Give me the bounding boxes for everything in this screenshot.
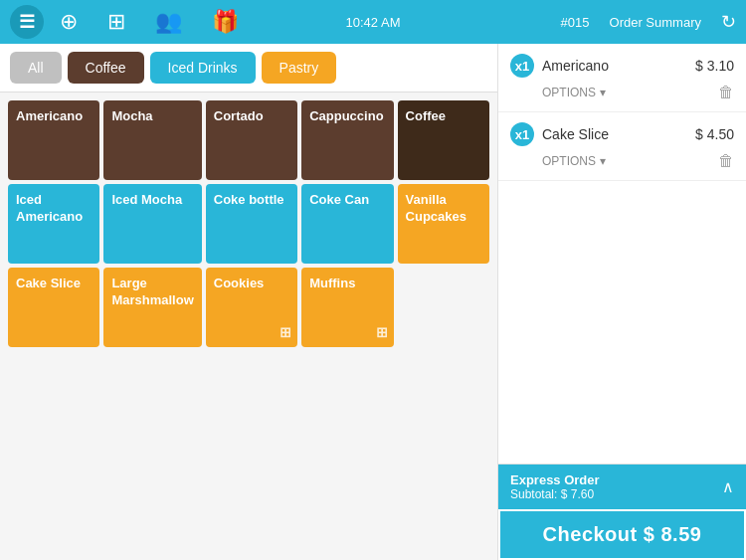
- nav-loyalty-icon[interactable]: ⊕: [60, 9, 78, 35]
- menu-item-muffins[interactable]: Muffins ⊞: [301, 268, 393, 347]
- delete-button-0[interactable]: 🗑: [718, 84, 734, 101]
- order-summary-label: Order Summary: [610, 15, 701, 30]
- muffins-icon: ⊞: [376, 323, 388, 341]
- qty-badge-1: x1: [510, 122, 534, 146]
- nav-grid-icon[interactable]: ⊞: [107, 9, 125, 35]
- order-item-name-1: Cake Slice: [542, 126, 687, 142]
- menu-item-coke-bottle[interactable]: Coke bottle: [206, 184, 297, 264]
- menu-item-coffee[interactable]: Coffee: [398, 100, 489, 180]
- menu-item-iced-americano[interactable]: Iced Americano: [8, 184, 99, 264]
- top-bar: ☰ ⊕ ⊞ 👥 🎁 10:42 AM #015 Order Summary ↻: [0, 0, 746, 44]
- menu-item-cookies[interactable]: Cookies ⊞: [206, 268, 297, 347]
- order-item-price-1: $ 4.50: [695, 126, 734, 142]
- chevron-down-icon-1: ▾: [600, 154, 606, 168]
- menu-item-mocha[interactable]: Mocha: [103, 100, 201, 180]
- order-items-list: x1 Americano $ 3.10 OPTIONS ▾ 🗑: [498, 44, 746, 464]
- right-panel: x1 Americano $ 3.10 OPTIONS ▾ 🗑: [497, 44, 746, 560]
- order-item-name-0: Americano: [542, 58, 687, 74]
- menu-item-cake-slice[interactable]: Cake Slice: [8, 268, 99, 347]
- menu-item-iced-mocha[interactable]: Iced Mocha: [103, 184, 201, 264]
- menu-item-vanilla-cupcakes[interactable]: Vanilla Cupcakes: [398, 184, 489, 264]
- menu-button[interactable]: ☰: [10, 5, 44, 39]
- status-time: 10:42 AM: [346, 15, 401, 30]
- order-item-price-0: $ 3.10: [695, 58, 734, 74]
- menu-icon: ☰: [19, 11, 35, 33]
- nav-gift-icon[interactable]: 🎁: [212, 9, 239, 35]
- menu-item-coke-can[interactable]: Coke Can: [301, 184, 393, 264]
- tab-iced-drinks[interactable]: Iced Drinks: [150, 52, 256, 84]
- menu-item-large-marshmallow[interactable]: Large Marshmallow: [103, 268, 201, 347]
- order-number: #015: [561, 15, 590, 30]
- menu-item-americano[interactable]: Americano: [8, 100, 99, 180]
- express-order-bar: Express Order Subtotal: $ 7.60 ∧: [498, 465, 746, 509]
- nav-users-icon[interactable]: 👥: [155, 9, 182, 35]
- delete-button-1[interactable]: 🗑: [718, 152, 734, 170]
- refresh-button[interactable]: ↻: [721, 11, 736, 33]
- tab-pastry[interactable]: Pastry: [262, 52, 337, 84]
- items-grid: Americano Mocha Cortado Cappuccino Coffe…: [0, 93, 497, 355]
- tab-all[interactable]: All: [10, 52, 62, 84]
- chevron-down-icon-0: ▾: [600, 86, 606, 99]
- subtotal-row: Subtotal: $ 7.60: [510, 487, 600, 501]
- category-tabs: All Coffee Iced Drinks Pastry: [0, 44, 497, 93]
- tab-coffee[interactable]: Coffee: [68, 52, 144, 84]
- options-button-0[interactable]: OPTIONS ▾: [542, 86, 606, 99]
- checkout-button[interactable]: Checkout $ 8.59: [498, 509, 746, 560]
- collapse-icon[interactable]: ∧: [722, 477, 734, 496]
- menu-item-cortado[interactable]: Cortado: [206, 100, 297, 180]
- qty-badge-0: x1: [510, 54, 534, 78]
- order-item-1: x1 Cake Slice $ 4.50 OPTIONS ▾ 🗑: [498, 112, 746, 181]
- menu-item-cappuccino[interactable]: Cappuccino: [301, 100, 393, 180]
- left-panel: All Coffee Iced Drinks Pastry Americano …: [0, 44, 497, 560]
- options-button-1[interactable]: OPTIONS ▾: [542, 154, 606, 168]
- order-item-0: x1 Americano $ 3.10 OPTIONS ▾ 🗑: [498, 44, 746, 112]
- express-order-label: Express Order: [510, 472, 600, 487]
- cookies-icon: ⊞: [280, 323, 291, 341]
- order-footer: Express Order Subtotal: $ 7.60 ∧ Checkou…: [498, 464, 746, 560]
